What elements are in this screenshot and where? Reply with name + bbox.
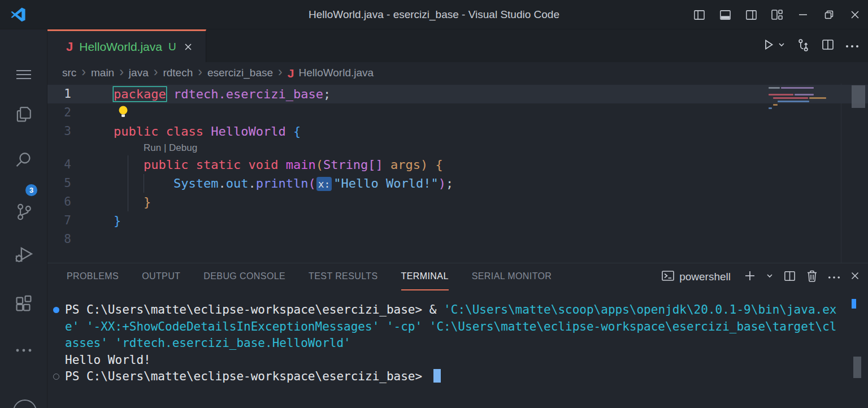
breadcrumb-item[interactable]: src xyxy=(62,67,76,79)
kill-terminal-button[interactable] xyxy=(806,270,818,285)
panel-tab-test-results[interactable]: TEST RESULTS xyxy=(309,263,377,290)
run-dropdown-chevron-icon[interactable] xyxy=(778,41,785,51)
line-number: 7 xyxy=(47,211,71,230)
breadcrumb-item[interactable]: rdtech xyxy=(163,67,193,79)
breadcrumb-item[interactable]: main xyxy=(91,67,114,79)
restore-button[interactable] xyxy=(816,0,842,29)
shell-label: powershell xyxy=(679,271,731,283)
new-terminal-button[interactable] xyxy=(744,270,756,284)
sidebar-item-search[interactable] xyxy=(0,149,47,173)
panel-header: PROBLEMSOUTPUTDEBUG CONSOLETEST RESULTST… xyxy=(47,263,868,290)
terminal-prompt-decoration-icon[interactable] xyxy=(53,374,59,380)
indent-guide xyxy=(144,174,144,193)
line-number: 6 xyxy=(47,193,71,211)
bottom-panel: PROBLEMSOUTPUTDEBUG CONSOLETEST RESULTST… xyxy=(47,263,868,408)
line-number: 4 xyxy=(47,155,71,174)
code-lines: 1package rdtech.esercizi_base;23public c… xyxy=(47,85,868,249)
tab-label: HelloWorld.java xyxy=(79,40,162,54)
line-number: 1 xyxy=(47,85,71,103)
breadcrumb-item[interactable]: java xyxy=(129,67,149,79)
source-control-badge: 3 xyxy=(25,184,37,196)
terminal-line: asses' 'rdtech.esercizi_base.HelloWorld' xyxy=(47,335,868,352)
account-icon[interactable] xyxy=(13,400,37,408)
code-line[interactable]: 8 xyxy=(47,230,868,249)
toggle-primary-sidebar-button[interactable] xyxy=(686,0,712,29)
breadcrumb-separator-icon: › xyxy=(81,66,86,79)
sidebar-item-source-control[interactable] xyxy=(0,201,47,225)
close-window-button[interactable] xyxy=(842,0,868,29)
run-button[interactable] xyxy=(761,38,775,54)
customize-layout-button[interactable] xyxy=(764,0,790,29)
indent-guide xyxy=(128,155,128,211)
hamburger-icon xyxy=(16,68,32,83)
java-file-icon: J xyxy=(288,67,294,79)
split-editor-button[interactable] xyxy=(821,38,835,54)
sidebar-item-explorer[interactable] xyxy=(0,103,47,128)
git-branch-icon xyxy=(14,202,33,224)
breadcrumb-separator-icon: › xyxy=(154,66,158,79)
toggle-panel-button[interactable] xyxy=(712,0,738,29)
close-tab-button[interactable] xyxy=(184,42,193,51)
terminal-cursor xyxy=(433,369,441,383)
vscode-logo-icon xyxy=(10,7,26,23)
open-changes-button[interactable] xyxy=(796,38,810,54)
panel-tabs: PROBLEMSOUTPUTDEBUG CONSOLETEST RESULTST… xyxy=(67,263,552,290)
terminal-line: PS C:\Users\matte\eclipse-workspace\eser… xyxy=(47,368,868,385)
git-untracked-indicator: U xyxy=(168,41,176,53)
minimize-button[interactable] xyxy=(790,0,816,29)
breadcrumb: src›main›java›rdtech›esercizi_base›JHell… xyxy=(47,62,868,84)
code-line[interactable]: 6 } xyxy=(47,193,868,211)
tab-helloworld-java[interactable]: J HelloWorld.java U xyxy=(47,29,206,62)
terminal[interactable]: PS C:\Users\matte\eclipse-workspace\eser… xyxy=(47,290,868,408)
additional-views-button[interactable] xyxy=(0,337,47,362)
activity-bar: 3 xyxy=(0,29,47,408)
sidebar-item-run-debug[interactable] xyxy=(0,243,47,268)
line-number: 8 xyxy=(47,230,71,249)
minimap-border xyxy=(841,84,841,263)
editor-more-actions-button[interactable] xyxy=(845,41,859,51)
toggle-secondary-sidebar-button[interactable] xyxy=(738,0,764,29)
panel-tab-output[interactable]: OUTPUT xyxy=(142,263,180,290)
breadcrumb-separator-icon: › xyxy=(119,66,124,79)
line-number: 2 xyxy=(47,103,71,122)
files-icon xyxy=(14,105,33,126)
breadcrumb-separator-icon: › xyxy=(198,66,202,79)
terminal-line: PS C:\Users\matte\eclipse-workspace\eser… xyxy=(47,302,868,319)
terminal-command-decoration-icon[interactable] xyxy=(53,307,59,313)
terminal-lines: PS C:\Users\matte\eclipse-workspace\eser… xyxy=(47,302,868,385)
breadcrumb-item[interactable]: JHelloWorld.java xyxy=(288,67,374,79)
terminal-launch-chevron-icon[interactable] xyxy=(766,272,774,282)
codelens-run-debug[interactable]: Run | Debug xyxy=(47,141,868,155)
panel-tab-debug-console[interactable]: DEBUG CONSOLE xyxy=(203,263,285,290)
code-line[interactable]: 1package rdtech.esercizi_base; xyxy=(47,85,868,103)
sidebar-item-extensions[interactable] xyxy=(0,292,47,317)
breadcrumb-separator-icon: › xyxy=(278,66,283,79)
lightbulb-icon[interactable] xyxy=(117,105,129,121)
panel-tab-serial-monitor[interactable]: SERIAL MONITOR xyxy=(472,263,552,290)
title-bar: HelloWorld.java - esercizi_base - Visual… xyxy=(0,0,868,29)
terminal-overview-ruler-mark xyxy=(852,299,856,309)
java-file-icon: J xyxy=(66,41,73,53)
split-terminal-button[interactable] xyxy=(783,270,796,285)
ellipsis-icon xyxy=(15,345,32,355)
editor-scrollbar[interactable] xyxy=(852,85,865,108)
close-panel-button[interactable] xyxy=(850,271,860,283)
terminal-line: e' '-XX:+ShowCodeDetailsInExceptionMessa… xyxy=(47,319,868,336)
code-line[interactable]: 5 System.out.println(x:"Hello World!"); xyxy=(47,174,868,193)
menu-button[interactable] xyxy=(0,63,47,88)
powershell-icon xyxy=(661,270,675,284)
code-line[interactable]: 4 public static void main(String[] args)… xyxy=(47,155,868,174)
code-line[interactable]: 2 xyxy=(47,103,868,122)
breadcrumb-item[interactable]: esercizi_base xyxy=(207,67,273,79)
minimap[interactable] xyxy=(769,86,841,122)
panel-more-actions-button[interactable] xyxy=(828,272,840,282)
line-number: 3 xyxy=(47,122,71,141)
code-line[interactable]: 3public class HelloWorld { xyxy=(47,122,868,141)
editor-region: src›main›java›rdtech›esercizi_base›JHell… xyxy=(47,62,868,263)
terminal-profile[interactable]: powershell xyxy=(661,270,734,284)
code-line[interactable]: 7} xyxy=(47,211,868,230)
panel-tab-problems[interactable]: PROBLEMS xyxy=(67,263,119,290)
code-editor[interactable]: 1package rdtech.esercizi_base;23public c… xyxy=(47,84,868,263)
terminal-scrollbar[interactable] xyxy=(853,357,861,378)
panel-tab-terminal[interactable]: TERMINAL xyxy=(401,263,449,290)
